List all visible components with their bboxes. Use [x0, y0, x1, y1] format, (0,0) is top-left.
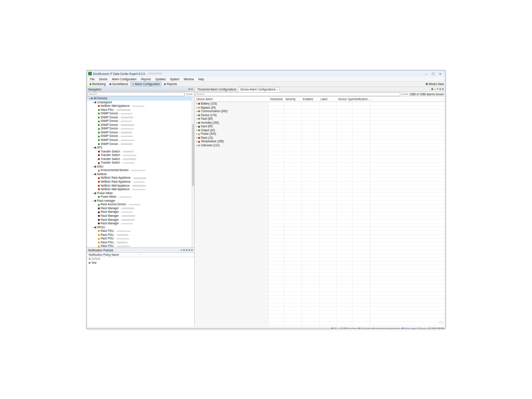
perspective-tab-surveillance[interactable]: Surveillance [108, 82, 129, 86]
device-icon [98, 136, 100, 137]
tree-item[interactable]: Transfer Switch- [87, 150, 194, 154]
tree-item[interactable]: NetBotz Wall Appliance- [87, 104, 194, 108]
delete-policy-icon[interactable] [188, 249, 190, 251]
tree-item[interactable]: SNMP Device- [87, 116, 194, 120]
menu-item-file[interactable]: File [88, 78, 97, 81]
tree-item[interactable]: ▾Netbotz [87, 172, 194, 176]
edit-policy-icon[interactable] [186, 249, 188, 251]
tree-item[interactable]: ▾Power Meter [87, 192, 194, 196]
device-search-clear-button[interactable]: Clear [185, 93, 194, 95]
device-icon [98, 181, 100, 183]
menu-item-reports[interactable]: Reports [139, 78, 153, 81]
perspective-tab-alarm-configuration[interactable]: Alarm Configuration [130, 82, 162, 86]
tree-item[interactable]: ▾Rack manager [87, 199, 194, 203]
tree-item[interactable]: Rack PDU- [87, 237, 194, 241]
tree-item[interactable]: Rack Manager- [87, 207, 194, 211]
alarm-category-row[interactable]: ▶Humidity (150) [195, 121, 445, 125]
tree-item[interactable]: Rack PDU- [87, 233, 194, 237]
tree-item[interactable]: NetBotz Wall Appliance- [87, 184, 194, 188]
column-header-severity[interactable]: Severity [286, 98, 296, 101]
alarm-category-row[interactable]: ▶Input (60) [195, 125, 445, 129]
tree-item[interactable]: Rack Access Device- [87, 203, 194, 207]
tree-item[interactable]: ▾Unassigned [87, 101, 194, 105]
perspective-tab-monitoring[interactable]: Monitoring [88, 82, 107, 86]
column-header-hostname[interactable]: Hostname [270, 98, 283, 101]
policy-row[interactable]: Test [87, 261, 194, 265]
tree-item[interactable]: Transfer Switch- [87, 161, 194, 165]
tree-item[interactable]: Environmental Monitor- [87, 168, 194, 172]
menu-item-device[interactable]: Device [97, 78, 110, 81]
filter-icon[interactable] [437, 88, 438, 90]
tree-item[interactable]: SNMP Device- [87, 123, 194, 127]
alarm-search-clear-button[interactable]: Clear [400, 93, 409, 95]
alarm-category-row[interactable]: ▶Rack (10) [195, 136, 445, 140]
column-header-device-type[interactable]: Device Type [338, 98, 354, 101]
whats-new-button[interactable]: What's New [426, 82, 444, 86]
copy-policy-icon[interactable] [183, 249, 185, 251]
tree-item[interactable]: SNMP Device- [87, 142, 194, 146]
perspective-tab-reports[interactable]: Reports [162, 82, 179, 86]
tree-item[interactable]: Transfer Switch- [87, 157, 194, 161]
add-policy-icon[interactable]: + [180, 249, 182, 252]
tree-item[interactable]: SNMP Device- [87, 134, 194, 138]
device-search-input[interactable] [87, 92, 185, 96]
policy-row[interactable]: Default [87, 257, 194, 261]
view-option-icon[interactable] [431, 88, 433, 90]
menu-item-system[interactable]: System [168, 78, 182, 81]
tree-item[interactable]: NetBotz Wall Appliance- [87, 188, 194, 192]
alarm-category-row[interactable]: ▶Communication (260) [195, 110, 445, 113]
menu-item-window[interactable]: Window [182, 78, 196, 81]
column-header-notification[interactable]: Notification ... [354, 98, 371, 101]
alarm-category-row[interactable]: ▶Power (300) [195, 132, 445, 136]
tree-item[interactable]: SNMP Device- [87, 119, 194, 123]
menu-item-help[interactable]: Help [196, 78, 206, 81]
alarm-search-input[interactable] [195, 92, 400, 96]
alarm-category-row[interactable]: ▶Fault (69) [195, 117, 445, 121]
tree-item[interactable]: Rack PDU- [87, 108, 194, 112]
alarm-category-row[interactable]: ▶Output (42) [195, 129, 445, 133]
alarm-category-row[interactable]: ▶Bypass (39) [195, 106, 445, 110]
maximize-panel-icon[interactable] [191, 88, 193, 90]
tree-item[interactable]: SNMP Device- [87, 112, 194, 116]
minimize-button[interactable]: – [422, 71, 430, 76]
tree-item[interactable]: ▾ATS [87, 146, 194, 150]
tree-item[interactable]: SNMP Device- [87, 138, 194, 142]
column-header-label[interactable]: Label [321, 98, 327, 101]
tree-item[interactable]: NetBotz Rack Appliance- [87, 176, 194, 180]
tree-item[interactable]: Rack PDU- [87, 241, 194, 245]
minimize-panel-icon[interactable] [188, 88, 190, 90]
tree-item[interactable]: ▾RPDU [87, 226, 194, 230]
minimize-panel-icon[interactable] [439, 88, 441, 90]
tree-item[interactable]: Rack Manager- [87, 222, 194, 226]
alarm-category-row[interactable]: ▶Temperature (265) [195, 140, 445, 144]
tree-item[interactable]: Rack Manager- [87, 210, 194, 214]
tree-item[interactable]: SNMP Device- [87, 127, 194, 131]
maximize-panel-icon[interactable] [442, 88, 444, 90]
alarm-category-row[interactable]: ▶Battery (103) [195, 102, 445, 106]
tree-item[interactable]: ▾All Devices [87, 97, 194, 101]
tree-item[interactable]: NetBotz Rack Appliance- [87, 180, 194, 184]
tree-item[interactable]: Power Meter- [87, 195, 194, 199]
tree-item[interactable]: Transfer Switch- [87, 153, 194, 157]
device-icon [94, 147, 96, 149]
tree-item[interactable]: ▾EMU [87, 165, 194, 169]
policy-column-header[interactable]: Notification Policy Name ▿ [87, 253, 194, 257]
tree-item[interactable]: Rack PDU- [87, 229, 194, 233]
tab-threshold-alarm-configurations[interactable]: Threshold Alarm Configurations [196, 87, 238, 91]
column-header-enabled[interactable]: Enabled [303, 98, 313, 101]
chevron-down-icon[interactable]: ▼ [434, 88, 436, 90]
alarm-category-row[interactable]: ▶Unknown (112) [195, 144, 445, 148]
tab-menu-icon[interactable]: ▾ [277, 89, 278, 91]
tab-device-alarm-configurations[interactable]: Device Alarm Configurations▾ [238, 87, 279, 92]
column-header-device-alarm[interactable]: Device Alarm [196, 98, 213, 101]
tree-item[interactable]: Rack PDU- [87, 244, 194, 247]
menu-item-alarm-configuration[interactable]: Alarm Configuration [110, 78, 139, 81]
maximize-button[interactable]: ▢ [430, 71, 437, 76]
alarm-category-row[interactable]: ▶Device (176) [195, 113, 445, 117]
tree-item[interactable]: Rack Manager- [87, 214, 194, 218]
policy-menu-icon[interactable] [191, 249, 193, 251]
tree-item[interactable]: Rack Manager- [87, 218, 194, 222]
tree-item[interactable]: SNMP Device- [87, 131, 194, 135]
close-button[interactable]: ✕ [437, 71, 444, 76]
menu-item-updates[interactable]: Updates [153, 78, 168, 81]
